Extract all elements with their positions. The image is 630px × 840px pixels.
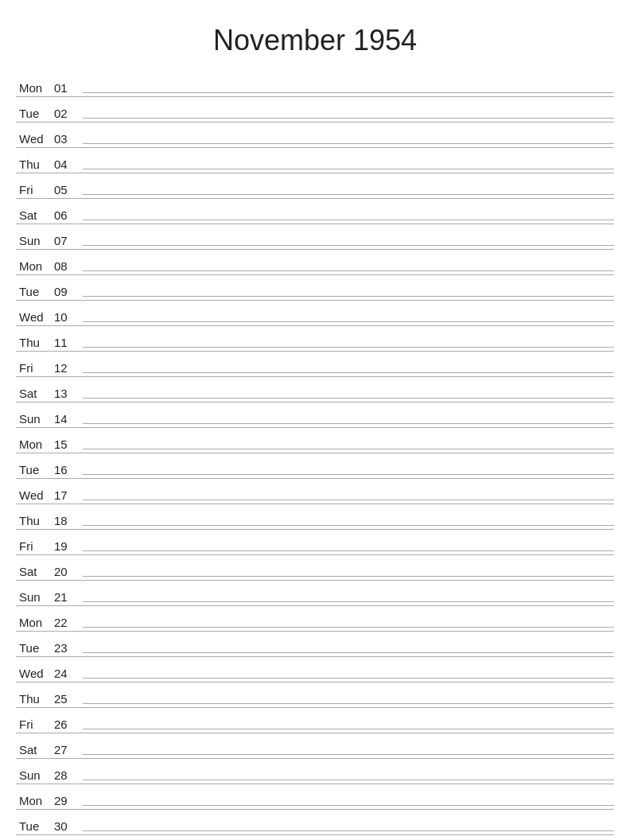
calendar-row: Wed24 [16,657,614,682]
day-line [83,169,614,169]
calendar-row: Tue16 [16,453,614,479]
day-line [83,830,614,831]
day-line [83,398,614,399]
calendar-row: Mon08 [16,250,614,275]
calendar-row: Sun07 [16,224,614,250]
day-line [83,143,614,144]
day-number: 22 [54,616,83,629]
calendar-row: Fri26 [16,708,614,733]
day-name: Fri [16,183,54,196]
day-line [83,474,614,475]
calendar-row: Tue09 [16,275,614,301]
day-name: Tue [16,107,54,120]
day-name: Sun [16,234,54,247]
day-number: 08 [54,259,83,273]
calendar-row: Sun21 [16,581,614,606]
day-name: Tue [16,463,54,476]
day-line [83,270,614,271]
day-number: 17 [54,488,83,502]
day-line [83,347,614,348]
day-number: 04 [54,158,83,171]
calendar-row: Mon15 [16,428,614,453]
day-line [83,652,614,653]
day-name: Sat [16,565,54,578]
day-line [83,296,614,297]
day-number: 07 [54,234,83,247]
day-name: Sun [16,412,54,426]
day-number: 10 [54,310,83,324]
day-name: Sun [16,590,54,604]
day-number: 25 [54,692,83,706]
calendar-row: Wed17 [16,479,614,504]
day-number: 09 [54,285,83,298]
day-name: Sun [16,768,54,782]
calendar-row: Mon22 [16,606,614,632]
calendar-row: Fri05 [16,173,614,199]
page: November 1954 Mon01Tue02Wed03Thu04Fri05S… [0,0,630,840]
day-name: Mon [16,794,54,807]
calendar-row: Tue02 [16,97,614,122]
day-line [83,703,614,704]
day-name: Sat [16,208,54,222]
day-name: Tue [16,285,54,298]
day-number: 14 [54,412,83,426]
calendar-row: Sun28 [16,759,614,784]
calendar-row: Thu04 [16,148,614,173]
day-line [83,423,614,424]
day-line [83,245,614,246]
day-number: 13 [54,387,83,400]
day-line [83,627,614,628]
calendar-row: Sun14 [16,402,614,428]
day-number: 06 [54,208,83,222]
day-line [83,576,614,577]
day-line [83,194,614,195]
day-number: 11 [54,336,83,349]
day-name: Mon [16,616,54,629]
calendar-row: Fri12 [16,352,614,377]
calendar-row: Thu25 [16,682,614,708]
day-name: Tue [16,819,54,833]
day-name: Sat [16,387,54,400]
day-name: Mon [16,81,54,95]
day-name: Fri [16,539,54,553]
day-number: 28 [54,768,83,782]
calendar-row: Tue23 [16,632,614,657]
day-line [83,449,614,449]
day-name: Thu [16,336,54,349]
day-name: Thu [16,158,54,171]
day-number: 19 [54,539,83,553]
day-number: 27 [54,743,83,756]
calendar-row: Mon01 [16,72,614,97]
calendar-row: Sat27 [16,733,614,759]
day-number: 01 [54,81,83,95]
day-number: 23 [54,641,83,655]
day-line [83,321,614,322]
calendar-row: Wed03 [16,122,614,148]
day-line [83,550,614,551]
day-number: 30 [54,819,83,833]
day-number: 18 [54,514,83,527]
day-name: Fri [16,718,54,731]
calendar-table: Mon01Tue02Wed03Thu04Fri05Sat06Sun07Mon08… [16,72,614,835]
calendar-row: Sat06 [16,199,614,224]
day-name: Fri [16,361,54,375]
day-number: 12 [54,361,83,375]
day-number: 29 [54,794,83,807]
day-name: Thu [16,692,54,706]
day-name: Mon [16,438,54,451]
day-number: 15 [54,438,83,451]
calendar-row: Sat20 [16,555,614,581]
day-line [83,92,614,93]
day-name: Wed [16,310,54,324]
calendar-row: Thu11 [16,326,614,352]
day-name: Wed [16,132,54,146]
day-number: 24 [54,667,83,680]
day-number: 20 [54,565,83,578]
day-line [83,754,614,755]
calendar-row: Sat13 [16,377,614,402]
day-name: Wed [16,667,54,680]
day-line [83,525,614,526]
day-line [83,372,614,373]
day-line [83,118,614,119]
day-name: Mon [16,259,54,273]
